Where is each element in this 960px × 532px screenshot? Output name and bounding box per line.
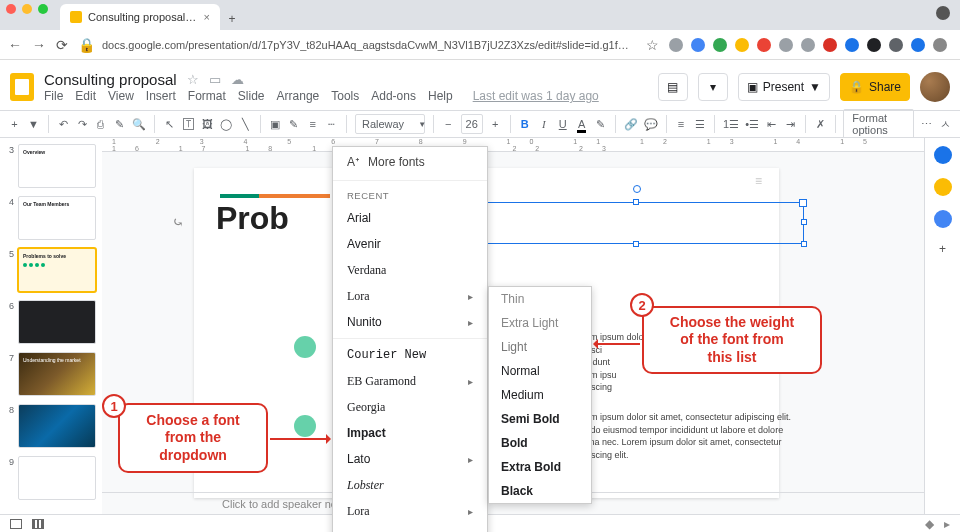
menu-arrange[interactable]: Arrange [277, 89, 320, 103]
rotate-handle-icon[interactable]: ⤿ [172, 214, 184, 230]
line-spacing-icon[interactable]: ☰ [693, 115, 706, 133]
link-icon[interactable]: 🔗 [624, 115, 638, 133]
slide-thumbnail[interactable] [18, 300, 96, 344]
font-item[interactable]: Courier New [333, 342, 487, 368]
slides-logo-icon[interactable] [10, 73, 34, 101]
maximize-window-icon[interactable] [38, 4, 48, 14]
font-item[interactable]: Nunito▸ [333, 309, 487, 335]
add-addon-icon[interactable]: + [939, 242, 946, 256]
font-weight-submenu[interactable]: Thin Extra Light Light Normal Medium Sem… [488, 286, 592, 504]
meet-button[interactable]: ▾ [698, 73, 728, 101]
border-dash-icon[interactable]: ┄ [325, 115, 338, 133]
side-panel-toggle-icon[interactable]: ▸ [944, 517, 950, 531]
present-button[interactable]: ▣ Present ▼ [738, 73, 830, 101]
selected-textbox[interactable] [469, 202, 804, 244]
tasks-addon-icon[interactable] [934, 210, 952, 228]
calendar-addon-icon[interactable] [934, 146, 952, 164]
account-avatar[interactable] [920, 72, 950, 102]
font-item[interactable]: Lora▸ [333, 283, 487, 309]
border-weight-icon[interactable]: ≡ [306, 115, 319, 133]
undo-icon[interactable]: ↶ [57, 115, 70, 133]
text-color-icon[interactable]: A [575, 115, 588, 133]
clear-format-icon[interactable]: ✗ [814, 115, 827, 133]
weight-item[interactable]: Semi Bold [489, 407, 591, 431]
close-window-icon[interactable] [6, 4, 16, 14]
font-family-menu[interactable]: Aᐩ More fonts RECENT Arial Avenir Verdan… [332, 146, 488, 532]
ext-icon[interactable] [867, 38, 881, 52]
font-size-input[interactable]: 26 [461, 114, 483, 134]
bulleted-list-icon[interactable]: •☰ [745, 115, 759, 133]
rotate-handle-icon[interactable] [633, 185, 641, 193]
font-item[interactable]: Lora▸ [333, 498, 487, 524]
chevron-down-icon[interactable]: ▼ [27, 115, 40, 133]
star-bookmark-icon[interactable]: ☆ [646, 37, 659, 53]
italic-icon[interactable]: I [537, 115, 550, 133]
filmstrip-view-icon[interactable] [10, 519, 22, 529]
weight-item[interactable]: Extra Light [489, 311, 591, 335]
nav-reload-icon[interactable]: ⟳ [56, 37, 68, 53]
font-family-dropdown[interactable]: Raleway ▼ [355, 114, 425, 134]
align-icon[interactable]: ≡ [675, 115, 688, 133]
select-tool-icon[interactable]: ↖ [163, 115, 176, 133]
font-item[interactable]: Arial [333, 205, 487, 231]
thumbnail-panel[interactable]: 3Overview 4Our Team Members 5Problems to… [0, 138, 102, 514]
window-controls[interactable] [6, 4, 48, 14]
weight-item[interactable]: Thin [489, 287, 591, 311]
shape-icon[interactable]: ◯ [220, 115, 233, 133]
move-doc-icon[interactable]: ▭ [209, 72, 221, 87]
grid-view-icon[interactable] [32, 519, 44, 529]
weight-item[interactable]: Black [489, 479, 591, 503]
slide-drag-handle-icon[interactable] [755, 174, 773, 182]
url-text[interactable]: docs.google.com/presentation/d/17pY3V_t8… [102, 39, 632, 51]
more-toolbar-icon[interactable]: ⋯ [920, 115, 933, 133]
menu-edit[interactable]: Edit [75, 89, 96, 103]
border-color-icon[interactable]: ✎ [287, 115, 300, 133]
font-item[interactable]: Verdana [333, 257, 487, 283]
menu-tools[interactable]: Tools [331, 89, 359, 103]
collapse-toolbar-icon[interactable]: ㅅ [939, 115, 952, 133]
font-item[interactable]: Merriweather▸ [333, 524, 487, 532]
keep-addon-icon[interactable] [934, 178, 952, 196]
chrome-menu-icon[interactable]: ⋮ [955, 38, 960, 52]
tab-close-icon[interactable]: × [204, 11, 210, 23]
paint-format-icon[interactable]: ✎ [113, 115, 126, 133]
weight-item[interactable]: Extra Bold [489, 455, 591, 479]
decrease-font-icon[interactable]: − [442, 115, 455, 133]
new-slide-icon[interactable]: + [8, 115, 21, 133]
font-item[interactable]: EB Garamond▸ [333, 368, 487, 394]
star-doc-icon[interactable]: ☆ [187, 72, 199, 87]
new-tab-button[interactable]: + [220, 12, 244, 30]
share-button[interactable]: 🔒 Share [840, 73, 910, 101]
slide-thumbnail[interactable] [18, 456, 96, 500]
more-fonts-item[interactable]: Aᐩ More fonts [333, 147, 487, 177]
slide-thumbnail[interactable]: Understanding the market [18, 352, 96, 396]
slide-thumbnail[interactable]: Overview [18, 144, 96, 188]
ext-icon[interactable] [801, 38, 815, 52]
bold-icon[interactable]: B [518, 115, 531, 133]
weight-item[interactable]: Bold [489, 431, 591, 455]
slide-thumbnail[interactable] [18, 404, 96, 448]
font-item[interactable]: Avenir [333, 231, 487, 257]
chrome-avatar-icon[interactable] [933, 38, 947, 52]
ext-icon[interactable] [757, 38, 771, 52]
menu-file[interactable]: File [44, 89, 63, 103]
last-edit-text[interactable]: Last edit was 1 day ago [473, 89, 599, 103]
nav-forward-icon[interactable]: → [32, 37, 46, 53]
ext-icon[interactable] [779, 38, 793, 52]
menu-format[interactable]: Format [188, 89, 226, 103]
numbered-list-icon[interactable]: 1☰ [723, 115, 739, 133]
print-icon[interactable]: ⎙ [94, 115, 107, 133]
redo-icon[interactable]: ↷ [76, 115, 89, 133]
explore-icon[interactable]: ◆ [925, 517, 934, 531]
zoom-icon[interactable]: 🔍 [132, 115, 146, 133]
nav-back-icon[interactable]: ← [8, 37, 22, 53]
slide-thumbnail[interactable]: Our Team Members [18, 196, 96, 240]
increase-font-icon[interactable]: + [489, 115, 502, 133]
format-options-button[interactable]: Format options [843, 109, 914, 139]
title-text-partial[interactable]: Prob [216, 200, 289, 237]
fill-color-icon[interactable]: ▣ [268, 115, 281, 133]
browser-tab-active[interactable]: Consulting proposal - Google S × [60, 4, 220, 30]
canvas-area[interactable]: 1 2 3 4 5 6 7 8 9 10 11 12 13 14 15 16 1… [102, 138, 924, 514]
weight-item[interactable]: Medium [489, 383, 591, 407]
line-icon[interactable]: ╲ [239, 115, 252, 133]
